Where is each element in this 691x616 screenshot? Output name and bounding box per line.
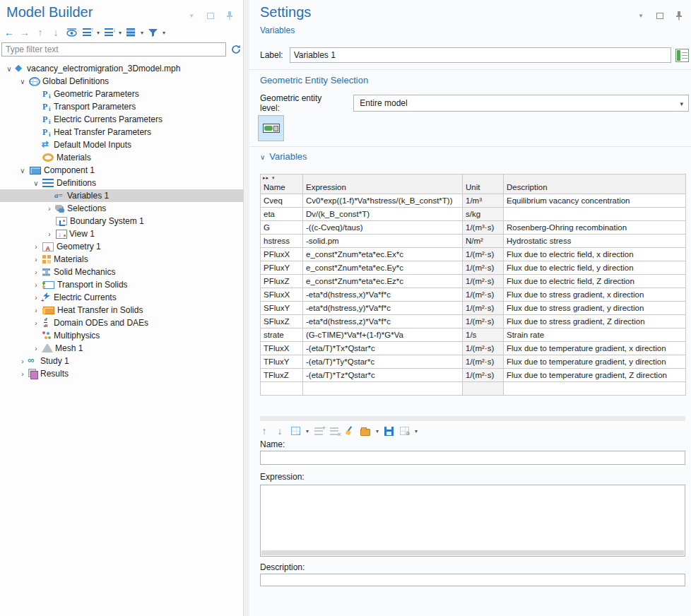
tree-item-multiphysics[interactable]: Multiphysics <box>0 329 244 342</box>
cell-expression[interactable]: Cv0*exp((1-f)*Va*hstress/(k_B_const*T)) <box>303 194 463 208</box>
cell-description[interactable]: Flux due to electric field, y direction <box>504 261 686 275</box>
column-menu-caret-icon[interactable]: ▾ <box>272 175 276 180</box>
tree-item-geometric-parameters[interactable]: Geometric Parameters <box>0 88 244 100</box>
cell-unit[interactable]: 1/(m²·s) <box>463 302 504 315</box>
tree-item-heat-transfer-in-solids[interactable]: › Heat Transfer in Solids <box>0 304 244 316</box>
tree-item-variables-1[interactable]: Variables 1 <box>0 189 244 202</box>
cell-name[interactable]: SFluxY <box>261 302 303 315</box>
cell-unit[interactable]: 1/(m²·s) <box>463 261 504 275</box>
cell-description[interactable]: Flux due to temperature gradient, y dire… <box>504 355 686 369</box>
cell-expression[interactable]: -eta*d(hstress,z)*Va*f*c <box>303 315 463 328</box>
name-input[interactable] <box>260 451 685 465</box>
tree-expander-icon[interactable]: ∨ <box>18 78 28 85</box>
tree-item-transport-parameters[interactable]: Transport Parameters <box>0 100 244 113</box>
tree-item-materials[interactable]: › Materials <box>0 253 244 266</box>
cell-unit[interactable]: 1/(m²·s) <box>463 315 504 328</box>
collapse-all-caret-icon[interactable]: ▾ <box>97 30 100 36</box>
cell-unit[interactable] <box>463 382 504 396</box>
back-button[interactable]: ← <box>3 25 16 40</box>
tree-item-domain-odes-and-daes[interactable]: › Domain ODEs and DAEs <box>0 316 244 329</box>
cell-unit[interactable]: 1/(m²·s) <box>463 342 504 355</box>
cell-expression[interactable]: e_const*Znum*eta*ec.Ey*c <box>303 261 463 275</box>
cell-expression[interactable]: -solid.pm <box>303 235 463 248</box>
cell-description[interactable] <box>504 208 686 221</box>
cell-name[interactable]: TFluxY <box>261 355 303 369</box>
panel-menu-icon[interactable]: ▾ <box>634 8 647 23</box>
cell-name[interactable]: hstress <box>261 235 303 248</box>
cell-unit[interactable]: N/m² <box>463 235 504 248</box>
row-move-up-button[interactable]: ↑ <box>259 425 270 437</box>
tree-item-solid-mechanics[interactable]: › Solid Mechanics <box>0 266 244 278</box>
node-text-caret-icon[interactable]: ▾ <box>141 30 143 36</box>
delete-row-button[interactable]: × <box>329 425 340 437</box>
cell-unit[interactable]: 1/(m³·s) <box>463 221 504 235</box>
pin-icon[interactable] <box>673 8 685 23</box>
add-row-button[interactable]: + <box>313 425 324 437</box>
cell-expression[interactable]: Dv/(k_B_const*T) <box>303 208 463 221</box>
cell-description[interactable]: Flux due to electric field, x direction <box>504 248 686 261</box>
move-to-table-caret-icon[interactable]: ▾ <box>306 428 309 434</box>
cell-expression[interactable]: -eta*d(hstress,x)*Va*f*c <box>303 288 463 302</box>
cell-description[interactable]: Hydrostatic stress <box>504 235 686 248</box>
cell-name[interactable]: eta <box>261 208 303 221</box>
expand-all-button[interactable]: ↓ <box>102 25 115 40</box>
tree-item-materials[interactable]: Materials <box>0 151 244 164</box>
cell-expression[interactable]: -(eta/T)*Tx*Qstar*c <box>303 342 463 355</box>
table-horizontal-scrollbar[interactable] <box>260 416 685 421</box>
description-input[interactable] <box>260 574 685 586</box>
move-up-button[interactable]: ↑ <box>34 25 47 40</box>
tree-item-default-model-inputs[interactable]: Default Model Inputs <box>0 138 244 151</box>
tree-expander-icon[interactable]: › <box>31 281 41 289</box>
variables-section-header[interactable]: ∨Variables <box>260 151 307 162</box>
cell-name[interactable]: SFluxZ <box>261 315 303 328</box>
expression-textarea[interactable] <box>260 485 685 557</box>
tree-expander-icon[interactable]: › <box>45 230 54 238</box>
cell-unit[interactable]: s/kg <box>463 208 504 221</box>
filter-button[interactable] <box>146 25 159 40</box>
cell-expression[interactable]: (G-cTIME)*Va*f+(1-f)*G*Va <box>303 328 463 342</box>
move-to-table-button[interactable]: → <box>290 425 301 437</box>
variable-utilities-caret-icon[interactable]: ▾ <box>415 428 418 434</box>
tree-expander-icon[interactable]: › <box>31 319 41 327</box>
tree-item-vacancy-electromigration-3dmodel-mph[interactable]: ∨ vacancy_electromigration_3Dmodel.mph <box>0 62 244 75</box>
clear-table-button[interactable] <box>344 425 355 437</box>
cell-description[interactable]: Equilibrium vacancy concentration <box>504 194 686 208</box>
tree-item-results[interactable]: › Results <box>0 367 244 380</box>
load-from-file-caret-icon[interactable]: ▾ <box>376 428 379 434</box>
cell-expression[interactable]: -(eta/T)*Ty*Qstar*c <box>303 355 463 369</box>
expression-horizontal-scrollbar[interactable] <box>261 550 684 555</box>
tree-item-heat-transfer-parameters[interactable]: Heat Transfer Parameters <box>0 126 244 138</box>
settings-subtitle-link[interactable]: Variables <box>260 25 295 35</box>
filter-caret-icon[interactable]: ▾ <box>163 30 165 36</box>
cell-description[interactable]: Flux due to stress gradient, y direction <box>504 302 686 315</box>
cell-unit[interactable]: 1/(m²·s) <box>463 275 504 288</box>
cell-unit[interactable]: 1/(m²·s) <box>463 248 504 261</box>
tree-expander-icon[interactable]: › <box>18 357 28 365</box>
tree-expander-icon[interactable]: › <box>31 307 41 314</box>
cell-expression[interactable]: -eta*d(hstress,y)*Va*f*c <box>303 302 463 315</box>
refresh-icon[interactable] <box>230 42 242 57</box>
tree-item-study-1[interactable]: › Study 1 <box>0 355 244 367</box>
tree-item-component-1[interactable]: ∨ Component 1 <box>0 164 244 177</box>
cell-description[interactable] <box>504 382 686 396</box>
tree-item-geometry-1[interactable]: › Geometry 1 <box>0 240 244 253</box>
cell-unit[interactable]: 1/s <box>463 328 504 342</box>
tree-item-mesh-1[interactable]: › Mesh 1 <box>0 342 244 355</box>
cell-name[interactable]: TFluxX <box>261 342 303 355</box>
tree-expander-icon[interactable]: ∨ <box>18 167 28 174</box>
tree-expander-icon[interactable]: › <box>31 256 41 263</box>
node-text-button[interactable] <box>124 25 137 40</box>
cell-unit[interactable]: 1/(m²·s) <box>463 369 504 382</box>
pin-icon[interactable] <box>223 8 236 23</box>
panel-splitter[interactable] <box>244 0 249 616</box>
tree-expander-icon[interactable]: › <box>31 268 41 276</box>
entity-level-select[interactable]: Entire model ▾ <box>353 95 689 112</box>
edit-label-button[interactable] <box>675 49 689 62</box>
tree-expander-icon[interactable]: › <box>31 243 41 251</box>
cell-name[interactable]: PFluxY <box>261 261 303 275</box>
show-button[interactable] <box>65 25 78 40</box>
tree-item-electric-currents-parameters[interactable]: Electric Currents Parameters <box>0 113 244 126</box>
cell-name[interactable]: PFluxZ <box>261 275 303 288</box>
cell-description[interactable]: Flux due to temperature gradient, x dire… <box>504 342 686 355</box>
cell-name[interactable]: PFluxX <box>261 248 303 261</box>
